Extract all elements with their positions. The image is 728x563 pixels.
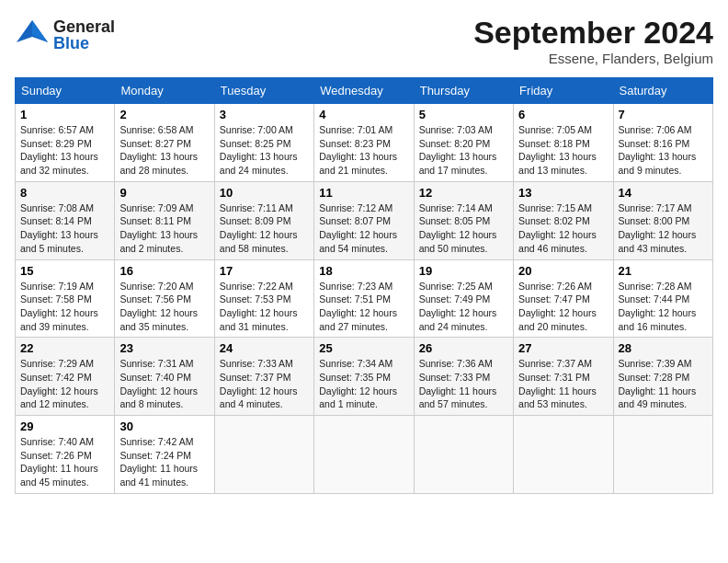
table-row: 15 Sunrise: 7:19 AMSunset: 7:58 PMDaylig… <box>16 259 115 338</box>
day-number: 25 <box>319 341 408 355</box>
day-info: Sunrise: 7:40 AMSunset: 7:26 PMDaylight:… <box>20 436 98 488</box>
day-number: 27 <box>518 341 608 355</box>
table-row <box>514 416 613 494</box>
day-info: Sunrise: 7:12 AMSunset: 8:07 PMDaylight:… <box>319 202 397 254</box>
day-number: 26 <box>419 341 508 355</box>
day-number: 9 <box>119 186 209 200</box>
table-row: 4 Sunrise: 7:01 AMSunset: 8:23 PMDayligh… <box>314 104 414 182</box>
table-row: 11 Sunrise: 7:12 AMSunset: 8:07 PMDaylig… <box>314 181 414 259</box>
day-info: Sunrise: 7:42 AMSunset: 7:24 PMDaylight:… <box>119 436 198 488</box>
day-number: 22 <box>20 341 109 355</box>
day-info: Sunrise: 7:09 AMSunset: 8:11 PMDaylight:… <box>119 202 198 254</box>
table-row: 14 Sunrise: 7:17 AMSunset: 8:00 PMDaylig… <box>613 181 712 259</box>
day-info: Sunrise: 6:57 AMSunset: 8:29 PMDaylight:… <box>20 124 98 176</box>
logo-bird-icon <box>15 15 50 54</box>
table-row: 6 Sunrise: 7:05 AMSunset: 8:18 PMDayligh… <box>514 104 613 182</box>
table-row: 7 Sunrise: 7:06 AMSunset: 8:16 PMDayligh… <box>613 104 712 182</box>
day-info: Sunrise: 7:29 AMSunset: 7:42 PMDaylight:… <box>20 358 98 409</box>
day-number: 15 <box>20 264 109 278</box>
day-number: 8 <box>20 186 109 200</box>
calendar-week-row: 22 Sunrise: 7:29 AMSunset: 7:42 PMDaylig… <box>16 338 713 416</box>
calendar-week-row: 15 Sunrise: 7:19 AMSunset: 7:58 PMDaylig… <box>16 259 713 338</box>
day-number: 21 <box>619 264 708 278</box>
day-info: Sunrise: 7:23 AMSunset: 7:51 PMDaylight:… <box>319 281 397 332</box>
day-info: Sunrise: 7:31 AMSunset: 7:40 PMDaylight:… <box>119 358 198 409</box>
day-number: 17 <box>220 264 309 278</box>
day-number: 28 <box>619 341 708 355</box>
table-row: 20 Sunrise: 7:26 AMSunset: 7:47 PMDaylig… <box>514 259 613 338</box>
table-row <box>214 416 313 494</box>
table-row: 21 Sunrise: 7:28 AMSunset: 7:44 PMDaylig… <box>613 259 712 338</box>
day-number: 24 <box>220 341 309 355</box>
day-number: 13 <box>518 186 608 200</box>
day-info: Sunrise: 7:08 AMSunset: 8:14 PMDaylight:… <box>20 202 98 254</box>
table-row <box>414 416 513 494</box>
col-saturday: Saturday <box>613 78 712 104</box>
col-friday: Friday <box>514 78 613 104</box>
table-row: 28 Sunrise: 7:39 AMSunset: 7:28 PMDaylig… <box>613 338 712 416</box>
calendar-week-row: 1 Sunrise: 6:57 AMSunset: 8:29 PMDayligh… <box>16 104 713 182</box>
calendar-table: Sunday Monday Tuesday Wednesday Thursday… <box>15 77 713 494</box>
table-row: 27 Sunrise: 7:37 AMSunset: 7:31 PMDaylig… <box>514 338 613 416</box>
month-title: September 2024 <box>473 15 713 51</box>
table-row: 8 Sunrise: 7:08 AMSunset: 8:14 PMDayligh… <box>16 181 115 259</box>
table-row: 5 Sunrise: 7:03 AMSunset: 8:20 PMDayligh… <box>414 104 513 182</box>
table-row <box>613 416 712 494</box>
calendar-week-row: 8 Sunrise: 7:08 AMSunset: 8:14 PMDayligh… <box>16 181 713 259</box>
day-number: 2 <box>119 108 209 121</box>
day-info: Sunrise: 7:25 AMSunset: 7:49 PMDaylight:… <box>419 281 497 332</box>
table-row: 22 Sunrise: 7:29 AMSunset: 7:42 PMDaylig… <box>16 338 115 416</box>
day-number: 20 <box>518 264 608 278</box>
col-tuesday: Tuesday <box>214 78 313 104</box>
table-row: 2 Sunrise: 6:58 AMSunset: 8:27 PMDayligh… <box>115 104 214 182</box>
day-info: Sunrise: 7:15 AMSunset: 8:02 PMDaylight:… <box>518 202 597 254</box>
table-row: 29 Sunrise: 7:40 AMSunset: 7:26 PMDaylig… <box>16 416 115 494</box>
day-number: 5 <box>419 108 508 121</box>
day-info: Sunrise: 6:58 AMSunset: 8:27 PMDaylight:… <box>119 124 198 176</box>
day-number: 23 <box>119 341 209 355</box>
day-info: Sunrise: 7:03 AMSunset: 8:20 PMDaylight:… <box>419 124 497 176</box>
table-row: 16 Sunrise: 7:20 AMSunset: 7:56 PMDaylig… <box>115 259 214 338</box>
day-number: 4 <box>319 108 408 121</box>
table-row: 9 Sunrise: 7:09 AMSunset: 8:11 PMDayligh… <box>115 181 214 259</box>
location-text: Essene, Flanders, Belgium <box>473 51 713 66</box>
table-row: 25 Sunrise: 7:34 AMSunset: 7:35 PMDaylig… <box>314 338 414 416</box>
day-info: Sunrise: 7:22 AMSunset: 7:53 PMDaylight:… <box>220 281 298 332</box>
table-row: 30 Sunrise: 7:42 AMSunset: 7:24 PMDaylig… <box>115 416 214 494</box>
day-info: Sunrise: 7:37 AMSunset: 7:31 PMDaylight:… <box>518 358 597 409</box>
table-row: 10 Sunrise: 7:11 AMSunset: 8:09 PMDaylig… <box>214 181 313 259</box>
table-row: 13 Sunrise: 7:15 AMSunset: 8:02 PMDaylig… <box>514 181 613 259</box>
calendar-body: 1 Sunrise: 6:57 AMSunset: 8:29 PMDayligh… <box>16 104 713 494</box>
table-row <box>314 416 414 494</box>
calendar-header-row: Sunday Monday Tuesday Wednesday Thursday… <box>16 78 713 104</box>
day-number: 12 <box>419 186 508 200</box>
col-thursday: Thursday <box>414 78 513 104</box>
day-number: 11 <box>319 186 408 200</box>
logo: General Blue <box>15 15 115 54</box>
col-sunday: Sunday <box>16 78 115 104</box>
day-number: 18 <box>319 264 408 278</box>
day-info: Sunrise: 7:17 AMSunset: 8:00 PMDaylight:… <box>619 202 697 254</box>
day-info: Sunrise: 7:14 AMSunset: 8:05 PMDaylight:… <box>419 202 497 254</box>
day-number: 1 <box>20 108 109 121</box>
logo-blue-text: Blue <box>53 35 115 52</box>
logo-general-text: General <box>53 18 115 35</box>
page-header: General Blue September 2024 Essene, Flan… <box>15 15 713 66</box>
day-number: 16 <box>119 264 209 278</box>
table-row: 18 Sunrise: 7:23 AMSunset: 7:51 PMDaylig… <box>314 259 414 338</box>
day-info: Sunrise: 7:33 AMSunset: 7:37 PMDaylight:… <box>220 358 298 409</box>
day-info: Sunrise: 7:20 AMSunset: 7:56 PMDaylight:… <box>119 281 198 332</box>
day-info: Sunrise: 7:36 AMSunset: 7:33 PMDaylight:… <box>419 358 497 409</box>
day-number: 10 <box>220 186 309 200</box>
day-info: Sunrise: 7:26 AMSunset: 7:47 PMDaylight:… <box>518 281 597 332</box>
day-info: Sunrise: 7:00 AMSunset: 8:25 PMDaylight:… <box>220 124 298 176</box>
day-info: Sunrise: 7:39 AMSunset: 7:28 PMDaylight:… <box>619 358 697 409</box>
calendar-week-row: 29 Sunrise: 7:40 AMSunset: 7:26 PMDaylig… <box>16 416 713 494</box>
day-number: 3 <box>220 108 309 121</box>
day-info: Sunrise: 7:01 AMSunset: 8:23 PMDaylight:… <box>319 124 397 176</box>
day-info: Sunrise: 7:19 AMSunset: 7:58 PMDaylight:… <box>20 281 98 332</box>
day-info: Sunrise: 7:34 AMSunset: 7:35 PMDaylight:… <box>319 358 397 409</box>
title-block: September 2024 Essene, Flanders, Belgium <box>473 15 713 66</box>
table-row: 26 Sunrise: 7:36 AMSunset: 7:33 PMDaylig… <box>414 338 513 416</box>
table-row: 17 Sunrise: 7:22 AMSunset: 7:53 PMDaylig… <box>214 259 313 338</box>
